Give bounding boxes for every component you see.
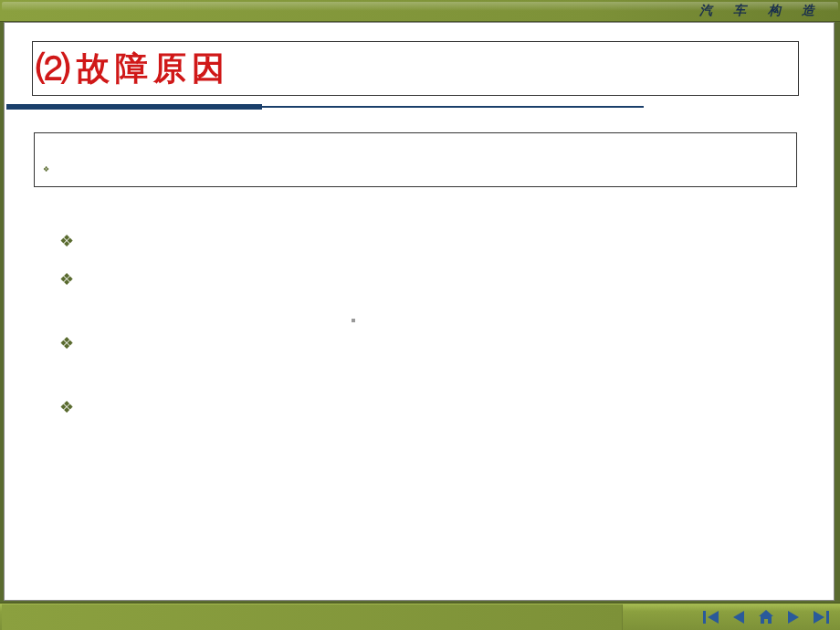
svg-rect-6 — [826, 611, 829, 624]
bullet-marker-2: ❖ — [59, 269, 74, 289]
content-area: ⑵ 故障原因 ❖ ❖ ❖ ❖ ❖ — [4, 22, 835, 601]
sub-bullet-marker: ❖ — [43, 165, 49, 173]
top-bar: 汽 车 构 造 — [0, 0, 840, 22]
skip-first-icon — [702, 609, 720, 625]
svg-rect-0 — [703, 611, 706, 624]
title-number: ⑵ — [37, 47, 69, 91]
nav-first-button[interactable] — [701, 608, 721, 626]
svg-marker-1 — [708, 611, 719, 624]
right-edge — [836, 22, 840, 601]
bullet-marker-4: ❖ — [59, 397, 74, 417]
nav-buttons — [701, 608, 831, 626]
svg-marker-3 — [759, 610, 773, 624]
bottom-bar — [0, 603, 840, 630]
sub-box — [34, 132, 797, 187]
bullet-marker-3: ❖ — [59, 333, 74, 353]
center-marker — [352, 319, 355, 322]
prev-icon — [730, 609, 748, 625]
next-icon — [784, 609, 803, 625]
title-text: 故障原因 — [77, 47, 230, 91]
bullet-marker-1: ❖ — [59, 231, 74, 251]
bottom-bar-overlay — [2, 604, 623, 630]
title-box: ⑵ 故障原因 — [32, 41, 799, 96]
slide-container: 汽 车 构 造 ⑵ 故障原因 ❖ ❖ ❖ ❖ ❖ — [0, 0, 840, 630]
skip-last-icon — [812, 609, 830, 625]
title-underline-thick — [6, 104, 262, 110]
nav-home-button[interactable] — [756, 608, 776, 626]
svg-marker-4 — [788, 611, 799, 624]
svg-marker-2 — [733, 611, 744, 624]
nav-next-button[interactable] — [783, 608, 803, 626]
home-icon — [757, 609, 775, 625]
svg-marker-5 — [814, 611, 824, 624]
nav-last-button[interactable] — [811, 608, 831, 626]
header-brand: 汽 车 构 造 — [699, 3, 824, 19]
nav-prev-button[interactable] — [729, 608, 749, 626]
title-underline-thin — [260, 106, 644, 108]
